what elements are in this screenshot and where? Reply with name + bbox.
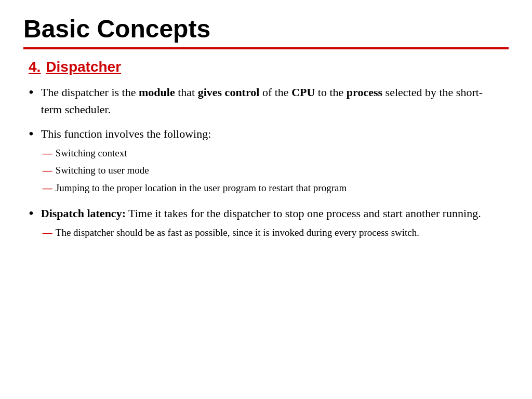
- bullet-item-3: • Dispatch latency: Time it takes for th…: [29, 205, 503, 242]
- sub-item-3-1: — The dispatcher should be as fast as po…: [41, 225, 503, 240]
- bullet-text-1: The dispatcher is the module that gives …: [41, 84, 503, 118]
- sub-list-3: — The dispatcher should be as fast as po…: [41, 225, 503, 240]
- sub-dash-2-1: —: [41, 145, 52, 161]
- sub-text-3-1: The dispatcher should be as fast as poss…: [56, 225, 503, 240]
- slide: Basic Concepts 4. Dispatcher • The dispa…: [0, 0, 532, 399]
- sub-item-2-1: — Switching context: [41, 145, 503, 161]
- sub-text-2-1: Switching context: [56, 145, 503, 161]
- slide-content: 4. Dispatcher • The dispatcher is the mo…: [23, 59, 509, 383]
- sub-text-2-2: Switching to user mode: [56, 163, 503, 178]
- sub-dash-2-3: —: [41, 180, 52, 195]
- bullet-list: • The dispatcher is the module that give…: [29, 84, 503, 243]
- title-divider: [23, 47, 509, 49]
- sub-item-2-3: — Jumping to the proper location in the …: [41, 180, 503, 195]
- bullet-text-3: Dispatch latency: Time it takes for the …: [41, 205, 503, 242]
- slide-title: Basic Concepts: [23, 16, 509, 43]
- sub-item-2-2: — Switching to user mode: [41, 163, 503, 178]
- sub-text-2-3: Jumping to the proper location in the us…: [56, 180, 503, 195]
- bullet-dot-2: •: [29, 123, 34, 145]
- bullet-dot-1: •: [29, 82, 34, 103]
- sub-dash-3-1: —: [41, 225, 52, 240]
- bullet-dot-3: •: [29, 203, 34, 224]
- sub-dash-2-2: —: [41, 163, 52, 178]
- section-heading: 4. Dispatcher: [29, 59, 503, 75]
- bullet-text-2: This function involves the following: — …: [41, 125, 503, 197]
- section-heading-text: Dispatcher: [46, 59, 121, 75]
- bullet-item-2: • This function involves the following: …: [29, 125, 503, 197]
- section-number: 4.: [29, 59, 41, 75]
- sub-list-2: — Switching context — Switching to user …: [41, 145, 503, 195]
- bullet-item-1: • The dispatcher is the module that give…: [29, 84, 503, 118]
